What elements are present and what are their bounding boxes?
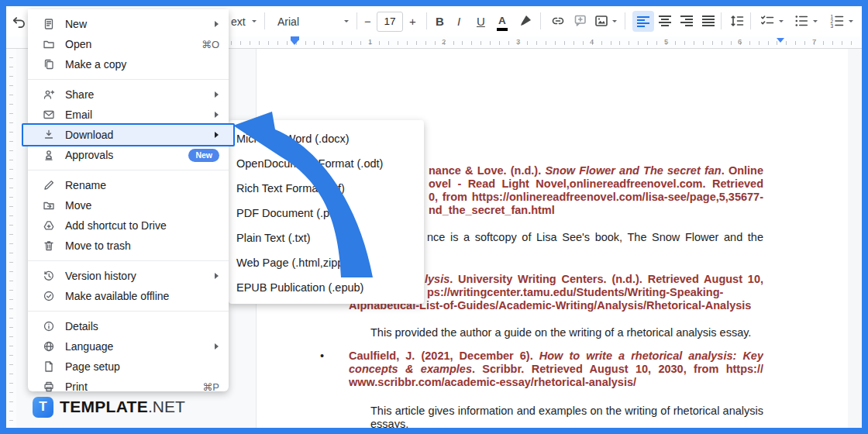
menu-item-rich-text[interactable]: Rich Text Format (.rtf) (229, 176, 424, 201)
paragraph-line: This article gives information and examp… (370, 404, 763, 418)
paragraph-style-dropdown[interactable]: ext (231, 16, 246, 28)
ruler-number: 2 (442, 37, 446, 46)
chevron-down-icon (252, 20, 257, 25)
menu-item-share[interactable]: Share (28, 84, 229, 105)
ruler-number: 1 (368, 37, 372, 46)
align-center-button[interactable] (657, 13, 673, 32)
menu-item-pdf[interactable]: PDF Document (.pdf) (229, 201, 424, 226)
menu-item-plain-text[interactable]: Plain Text (.txt) (229, 226, 424, 250)
screenshot-frame: nance & Love. (n.d.). Snow Flower and Th… (0, 0, 868, 434)
first-line-indent-marker[interactable] (291, 40, 298, 49)
trash-icon (43, 239, 55, 252)
submenu-arrow-icon (215, 91, 222, 98)
submenu-arrow-icon (215, 132, 222, 138)
download-icon (43, 129, 55, 141)
ruler-number: 7 (812, 37, 816, 46)
align-left-button[interactable] (632, 11, 654, 32)
menu-item-microsoft-word[interactable]: Microsoft Word (.docx) (229, 126, 424, 151)
menu-item-opendocument[interactable]: OpenDocument Format (.odt) (229, 151, 424, 176)
text-color-button[interactable]: A (498, 15, 506, 26)
submenu-arrow-icon (215, 343, 222, 350)
person-add-icon (43, 88, 55, 101)
submenu-arrow-icon (215, 273, 222, 279)
add-comment-button[interactable] (573, 13, 588, 32)
citation-line: nd_the_secret_fan.html (429, 203, 555, 217)
right-indent-marker[interactable] (777, 38, 784, 46)
font-family-dropdown[interactable]: Arial (277, 16, 299, 28)
file-menu: New Open⌘O Make a copy Share Email Downl… (28, 9, 229, 391)
checklist-button[interactable] (760, 13, 775, 32)
ruler-number: 3 (516, 37, 520, 46)
download-submenu: Microsoft Word (.docx) OpenDocument Form… (229, 120, 424, 304)
underline-button[interactable]: U (477, 14, 485, 29)
ruler-ticks (231, 41, 860, 45)
drive-add-icon (43, 219, 55, 232)
logo-text-light: .NET (148, 398, 185, 416)
menu-item-email[interactable]: Email (28, 105, 229, 125)
submenu-arrow-icon (215, 21, 222, 27)
menu-item-language[interactable]: Language (28, 336, 229, 356)
numbered-list-button[interactable]: 123 (829, 13, 845, 32)
menu-item-download[interactable]: Download (22, 123, 235, 146)
citation-line: www.scribbr.com/academic-essay/rhetorica… (349, 375, 636, 389)
citation-line: Caulfield, J. (2021, December 6). How to… (349, 349, 763, 363)
chevron-down-icon (612, 20, 617, 25)
menu-item-page-setup[interactable]: Page setup (28, 356, 229, 377)
history-icon (43, 270, 55, 282)
new-badge: New (188, 149, 219, 162)
menu-item-epub[interactable]: EPUB Publication (.epub) (229, 275, 424, 300)
menu-item-print[interactable]: Print⌘P (28, 377, 229, 397)
menu-item-version-history[interactable]: Version history (28, 266, 229, 286)
menu-item-open[interactable]: Open⌘O (28, 34, 229, 54)
menu-item-details[interactable]: Details (28, 316, 229, 336)
ruler-number: 6 (738, 37, 742, 46)
folder-move-icon (43, 199, 55, 212)
bulleted-list-button[interactable] (794, 13, 809, 32)
chevron-down-icon (779, 20, 784, 25)
chevron-down-icon (344, 20, 349, 25)
citation-line: nance & Love. (n.d.). Snow Flower and Th… (429, 164, 763, 177)
menu-item-add-shortcut-to-drive[interactable]: Add shortcut to Drive (28, 215, 229, 236)
citation-line: lysis. University Writing Centers. (n.d.… (425, 272, 763, 286)
scrollbar-track[interactable] (848, 48, 862, 428)
paragraph-line: This provided the author a guide on the … (370, 326, 751, 339)
chevron-down-icon (813, 20, 818, 25)
template-net-logo-icon: T (33, 397, 53, 418)
paragraph-line: nce is a softcopy of Lisa See's book, Th… (427, 230, 763, 244)
logo-text-bold: TEMPLATE (60, 398, 148, 416)
font-size-increase-button[interactable]: + (409, 14, 416, 29)
new-document-icon (43, 18, 55, 30)
current-text-color-swatch (497, 28, 508, 31)
align-right-button[interactable] (679, 13, 694, 32)
highlighter-icon[interactable] (518, 13, 533, 32)
printer-icon (43, 381, 55, 393)
page-icon (43, 360, 55, 373)
vertical-ruler (6, 48, 16, 428)
line-spacing-button[interactable] (729, 13, 745, 32)
menu-item-new[interactable]: New (28, 14, 229, 34)
pencil-icon (43, 179, 55, 191)
menu-item-approvals[interactable]: ApprovalsNew (28, 145, 229, 165)
italic-button[interactable]: I (457, 14, 460, 29)
approval-icon (43, 149, 55, 161)
offline-check-icon (43, 290, 55, 302)
menu-item-make-a-copy[interactable]: Make a copy (28, 54, 229, 74)
bold-button[interactable]: B (436, 14, 444, 29)
justify-button[interactable] (701, 13, 716, 32)
ruler-number: 5 (664, 37, 668, 46)
insert-image-button[interactable] (594, 13, 609, 32)
paragraph-line: essays. (370, 417, 408, 431)
copy-icon (43, 58, 55, 71)
menu-item-move-to-trash[interactable]: Move to trash (28, 236, 229, 256)
menu-item-web-page[interactable]: Web Page (.html,zipped) (229, 250, 424, 275)
citation-line: concepts & examples. Scribbr. Retrieved … (349, 362, 763, 376)
font-size-decrease-button[interactable]: − (364, 14, 371, 29)
menu-item-make-available-offline[interactable]: Make available offline (28, 286, 229, 306)
menu-item-move[interactable]: Move (28, 195, 229, 215)
template-net-logo: T TEMPLATE .NET (33, 395, 185, 418)
font-size-input[interactable]: 17 (377, 12, 403, 32)
menu-item-rename[interactable]: Rename (28, 175, 229, 195)
undo-button[interactable] (11, 13, 28, 33)
list-bullet: • (320, 349, 324, 363)
insert-link-button[interactable] (550, 13, 566, 32)
